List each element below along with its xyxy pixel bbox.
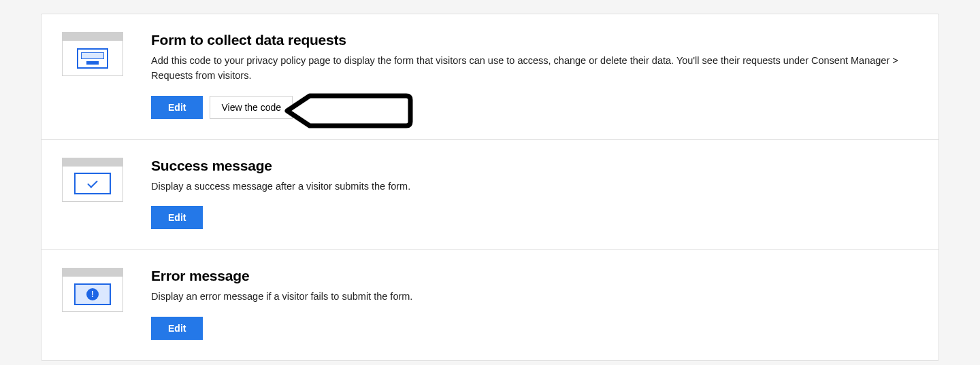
success-icon bbox=[62, 158, 127, 202]
row-form-requests: Form to collect data requests Add this c… bbox=[42, 14, 938, 140]
row-description: Display an error message if a visitor fa… bbox=[151, 290, 918, 305]
row-title: Form to collect data requests bbox=[151, 32, 918, 48]
settings-panel: Form to collect data requests Add this c… bbox=[41, 14, 939, 361]
error-icon: ! bbox=[62, 268, 127, 312]
row-title: Error message bbox=[151, 268, 918, 284]
view-code-button[interactable]: View the code bbox=[210, 96, 293, 119]
row-error-message: ! Error message Display an error message… bbox=[42, 250, 938, 360]
row-title: Success message bbox=[151, 158, 918, 174]
edit-button[interactable]: Edit bbox=[151, 206, 203, 229]
edit-button[interactable]: Edit bbox=[151, 96, 203, 119]
form-icon bbox=[62, 32, 127, 76]
row-success-message: Success message Display a success messag… bbox=[42, 140, 938, 251]
row-description: Add this code to your privacy policy pag… bbox=[151, 54, 918, 84]
arrow-pointer-icon bbox=[284, 93, 413, 128]
edit-button[interactable]: Edit bbox=[151, 317, 203, 340]
row-description: Display a success message after a visito… bbox=[151, 179, 918, 194]
